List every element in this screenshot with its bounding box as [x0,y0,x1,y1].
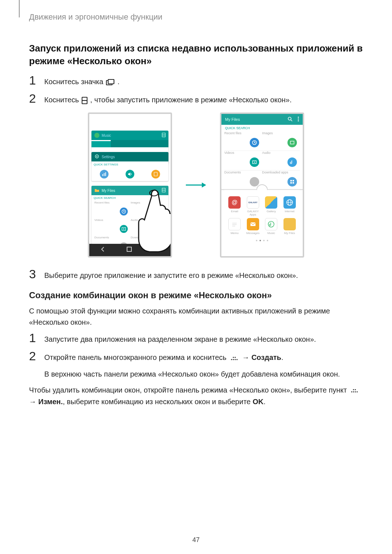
svg-point-29 [298,120,299,122]
display-icon [151,170,160,178]
music-icon [265,218,277,230]
svg-marker-19 [123,228,124,230]
step-text: Откройте панель многоэкранного режима и … [44,353,229,361]
video-icon [120,225,128,233]
quick-search-label: QUICK SEARCH [91,195,168,201]
multi-window-icon [162,188,166,193]
step-number: 1 [29,332,38,344]
gear-icon [94,154,99,160]
svg-point-28 [298,119,299,120]
svg-point-27 [298,117,299,118]
step-3: 3 Выберите другое приложение и запустите… [29,268,363,281]
app-messages: Messages [245,218,261,238]
pane-handle-icon [257,184,268,190]
gallery-icon [265,196,277,209]
files-grid: Recent files Images Videos Audio Documen… [221,131,303,190]
section-title: Запуск приложений из списка недавно испо… [29,42,363,67]
card-title: Settings [102,155,115,159]
svg-point-51 [234,357,236,358]
svg-marker-24 [202,182,206,188]
svg-rect-20 [127,247,131,251]
svg-rect-44 [250,222,256,226]
step-body: Коснитесь , чтобы запустить приложение в… [44,92,363,105]
svg-rect-21 [152,247,157,251]
music-note-icon [287,157,297,167]
svg-point-53 [353,391,354,393]
search-icon [287,116,293,122]
galaxy-apps-icon: GALAXY [247,196,259,209]
step-bold: Создать [252,353,281,361]
svg-rect-31 [290,141,294,144]
svg-rect-16 [158,210,162,213]
svg-rect-9 [104,173,105,176]
svg-point-25 [288,117,291,120]
android-navbar [89,244,171,256]
svg-point-55 [357,391,358,393]
svg-point-57 [355,389,356,390]
step-text: , чтобы запустить приложение в режиме «Н… [90,96,292,104]
video-icon [250,157,259,167]
more-options-dots-icon [230,353,239,364]
figure-phone-right: My Files QUICK SEARCH Recent files Image… [220,112,304,258]
chart-icon [100,170,109,178]
svg-point-45 [268,221,274,227]
svg-rect-35 [293,180,294,181]
svg-point-46 [231,359,232,360]
sound-icon [126,170,134,178]
svg-point-54 [355,391,356,393]
svg-point-52 [351,391,352,393]
svg-marker-33 [254,161,255,163]
back-icon [99,246,106,254]
card-title: My Files [102,189,115,193]
folder-icon [283,218,296,230]
svg-marker-11 [128,172,130,176]
music-note-icon [156,225,164,233]
apps-icon [287,177,297,186]
memo-icon [228,218,241,230]
svg-rect-10 [105,172,106,176]
app-email: @Email [226,196,243,216]
step-text: → [242,353,252,361]
page-number: 47 [0,536,392,544]
margin-rule [19,0,20,17]
step-body: Запустите два приложения на разделенном … [44,332,363,345]
svg-point-17 [159,211,160,212]
arrow-right-icon [185,181,207,189]
subsection-title: Создание комбинации окон в режиме «Неско… [29,290,363,300]
home-icon [126,246,133,254]
step-number: 1 [29,74,38,86]
svg-point-49 [236,359,237,360]
app-music: Music [263,218,279,238]
card-settings: Settings QUICK SETTINGS [91,152,168,181]
app-internet: Internet [282,196,298,216]
folder-icon [94,188,99,193]
quick-search-label: QUICK SEARCH [221,125,303,131]
svg-point-7 [96,156,97,157]
pane-title: My Files [225,117,240,122]
step-b1: 1 Запустите два приложения на разделенно… [29,332,363,345]
app-gallery: Gallery [263,196,279,216]
paragraph-delete: Чтобы удалить комбинации окон, откройте … [29,385,363,407]
app-memo: Memo [226,218,243,238]
multi-window-icon [82,97,87,104]
card-my-files: My Files QUICK SEARCH Recent files Image… [91,186,168,244]
files-grid: Recent files Images Videos Audio Documen… [91,201,168,244]
svg-rect-34 [290,180,292,181]
svg-point-47 [233,359,234,360]
step-text: Коснитесь значка [44,78,105,86]
manual-page: Движения и эргономичные функции Запуск п… [0,0,392,554]
more-icon [298,116,299,122]
figure: Music Settings QUICK SETTINGS [29,112,363,258]
quick-icons-row [91,168,168,180]
page-indicator [221,240,303,241]
card-title: Music [102,134,111,138]
step-text: . [118,78,120,86]
svg-rect-37 [293,182,294,184]
step-1: 1 Коснитесь значка . [29,74,363,87]
messages-icon [247,218,259,230]
picture-icon [287,138,297,147]
close-all-icon [152,246,161,254]
svg-rect-8 [102,174,103,176]
app-my-files: My Files [282,218,298,238]
svg-point-50 [233,357,234,358]
